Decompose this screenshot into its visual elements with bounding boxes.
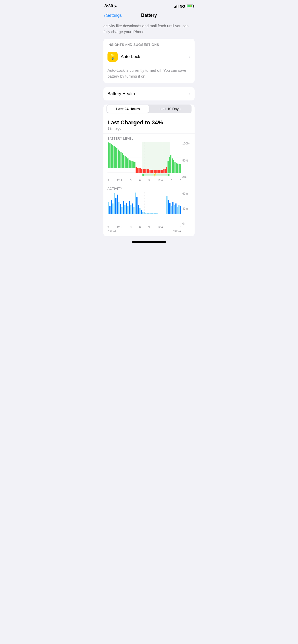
svg-rect-70 (108, 202, 109, 214)
segment-24hours[interactable]: Last 24 Hours (107, 105, 149, 113)
svg-point-62 (142, 174, 144, 176)
svg-rect-71 (109, 206, 111, 214)
svg-rect-36 (148, 169, 150, 173)
svg-rect-11 (114, 146, 115, 168)
signal-bar-2 (175, 6, 176, 8)
svg-rect-37 (150, 170, 151, 173)
svg-rect-25 (133, 162, 134, 168)
act-x-label-12a: 12 A (157, 226, 163, 229)
svg-rect-112 (178, 205, 180, 214)
svg-rect-55 (174, 162, 176, 173)
svg-rect-21 (127, 158, 129, 168)
battery-level-chart: ⚡ (107, 142, 181, 179)
svg-rect-22 (129, 160, 130, 168)
svg-text:⚡: ⚡ (153, 172, 157, 177)
svg-rect-84 (129, 201, 130, 214)
svg-rect-87 (133, 207, 135, 214)
act-y-label-30m: 30m (182, 207, 191, 210)
svg-rect-109 (174, 205, 175, 214)
svg-rect-78 (120, 204, 121, 214)
x-label-12a: 12 A (157, 179, 163, 182)
svg-rect-20 (126, 157, 127, 168)
y-label-50: 50% (182, 159, 191, 162)
time-segment-control[interactable]: Last 24 Hours Last 10 Days (106, 105, 192, 113)
svg-rect-23 (130, 160, 131, 168)
signal-bar-4 (178, 5, 179, 8)
svg-rect-53 (172, 158, 173, 173)
battery-chart-card: Last 24 Hours Last 10 Days Last Charged … (103, 105, 195, 236)
svg-rect-28 (137, 168, 138, 173)
autolock-row[interactable]: 💡 Auto-Lock › (103, 49, 195, 65)
svg-rect-85 (130, 205, 132, 214)
svg-rect-45 (160, 170, 162, 173)
svg-rect-77 (118, 202, 120, 214)
svg-rect-44 (159, 170, 160, 173)
intro-text: activity like downloads and mail fetch u… (99, 21, 199, 39)
signal-bars (174, 5, 179, 8)
svg-rect-102 (155, 213, 156, 214)
svg-rect-58 (179, 164, 180, 173)
act-y-label-60m: 60m (182, 192, 191, 195)
svg-rect-57 (177, 164, 179, 173)
x-label-6: 6 (139, 179, 141, 182)
autolock-icon: 💡 (107, 52, 118, 62)
svg-rect-16 (120, 152, 122, 168)
act-x-label-3: 3 (130, 226, 131, 229)
x-label-12p: 12 P (117, 179, 123, 182)
svg-rect-93 (142, 212, 144, 214)
act-x-label-12p: 12 P (117, 226, 123, 229)
act-x-label-9: 9 (107, 226, 109, 229)
status-right: 5G ⚡ (174, 4, 194, 8)
battery-health-card[interactable]: Battery Health › (103, 87, 195, 100)
time-display: 8:30 (104, 4, 113, 9)
svg-rect-34 (145, 169, 147, 173)
home-indicator (132, 241, 166, 243)
svg-rect-82 (126, 203, 127, 214)
autolock-chevron-icon: › (189, 54, 191, 59)
battery-shell: ⚡ (187, 5, 194, 8)
svg-rect-75 (115, 198, 117, 214)
svg-rect-108 (172, 202, 174, 214)
charge-subtitle: 19m ago (107, 126, 191, 130)
x-label-9b: 9 (148, 179, 150, 182)
svg-rect-31 (141, 169, 142, 173)
svg-rect-17 (122, 153, 123, 168)
act-x-label-3b: 3 (171, 226, 172, 229)
back-button[interactable]: ‹ Settings (103, 13, 122, 18)
svg-rect-98 (150, 213, 151, 214)
svg-rect-32 (143, 169, 144, 173)
svg-rect-103 (156, 213, 158, 214)
svg-rect-40 (154, 170, 155, 173)
svg-rect-80 (123, 201, 124, 214)
svg-rect-35 (147, 169, 148, 173)
svg-rect-74 (114, 193, 115, 214)
network-label: 5G (180, 4, 185, 8)
battery-bolt-icon: ⚡ (189, 5, 192, 7)
act-y-label-0m: 0m (182, 222, 191, 225)
signal-bar-1 (174, 7, 175, 8)
svg-rect-26 (134, 162, 136, 168)
activity-chart (107, 192, 181, 225)
svg-rect-13 (116, 148, 117, 168)
act-x-label-6b: 6 (180, 226, 181, 229)
svg-point-63 (168, 174, 170, 176)
svg-rect-89 (136, 197, 138, 214)
date-label-nov17: Nov 17 (133, 229, 181, 232)
svg-rect-8 (109, 143, 111, 168)
battery-health-row[interactable]: Battery Health › (103, 87, 195, 100)
svg-rect-12 (115, 147, 116, 168)
svg-rect-39 (152, 170, 154, 173)
svg-rect-41 (155, 170, 156, 173)
svg-rect-90 (138, 205, 139, 214)
autolock-description: Auto-Lock is currently turned off. You c… (103, 65, 195, 83)
x-label-3: 3 (130, 179, 131, 182)
page-title: Battery (141, 13, 157, 18)
segment-10days[interactable]: Last 10 Days (149, 105, 191, 113)
insights-card: INSIGHTS AND SUGGESTIONS 💡 Auto-Lock › A… (103, 39, 195, 83)
back-label: Settings (106, 13, 122, 18)
svg-rect-96 (147, 213, 148, 214)
svg-rect-49 (166, 167, 167, 173)
status-time: 8:30 ➤ (104, 4, 117, 9)
svg-rect-33 (144, 169, 145, 173)
svg-rect-48 (165, 169, 166, 173)
